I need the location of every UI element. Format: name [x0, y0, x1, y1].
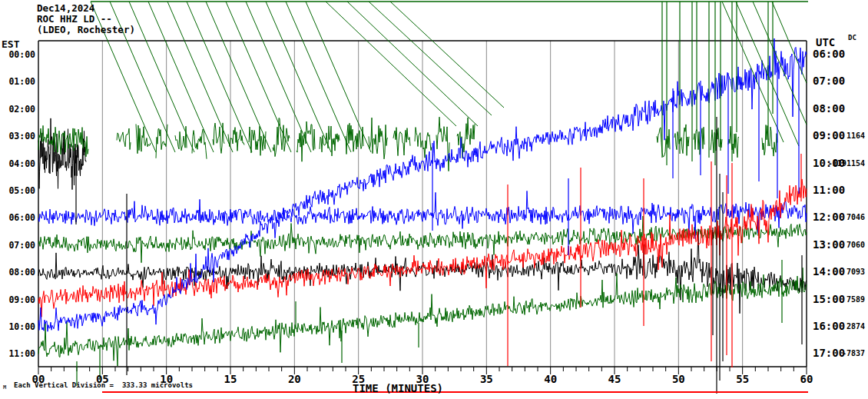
- trace-green-bursty-0300est: [369, 118, 388, 159]
- utc-hour-label: 11:00: [813, 185, 845, 196]
- x-tick-label: 45: [598, 374, 631, 385]
- overflow-flyback-line: [722, 2, 784, 142]
- dc-offset-value: 1164: [810, 132, 865, 141]
- est-hour-label: 05:00: [0, 186, 35, 195]
- overflow-flyback-line: [369, 2, 492, 115]
- trace-green-bursty-0300est: [297, 121, 315, 161]
- x-axis-title: TIME (MINUTES): [336, 383, 459, 394]
- est-hour-label: 06:00: [0, 213, 35, 222]
- est-hour-label: 03:00: [0, 131, 35, 141]
- trace-black-burst-0400est: [38, 118, 86, 190]
- dc-offset-value: -1191154: [810, 160, 865, 168]
- est-hour-label: 07:00: [0, 241, 35, 250]
- trace-green-bursty-0300est: [728, 126, 739, 158]
- dc-axis-header: DC: [848, 35, 856, 42]
- trace-green-bursty-0300est: [273, 118, 290, 157]
- utc-hour-label: 06:00: [813, 48, 845, 60]
- overflow-flyback-line: [226, 2, 291, 152]
- helicorder-page: Dec14,2024 ROC HHZ LD -- (LDEO, Rocheste…: [0, 0, 868, 399]
- trace-green-bursty-0300est: [136, 124, 151, 153]
- title-date: Dec14,2024: [37, 3, 94, 13]
- helicorder-plot: [0, 0, 868, 399]
- est-hour-label: 04:00: [0, 159, 35, 168]
- trace-green-bursty-0300est: [320, 126, 340, 156]
- est-axis-header: EST: [2, 39, 19, 50]
- trace-green-bursty-0300est: [213, 123, 224, 154]
- dc-offset-value: 2874: [810, 323, 865, 331]
- est-hour-label: 09:00: [0, 295, 35, 304]
- est-hour-label: 00:00: [0, 50, 35, 59]
- title-station: ROC HHZ LD --: [37, 14, 112, 24]
- trace-green-bursty-0300est: [192, 129, 207, 159]
- overflow-flyback-line: [129, 2, 194, 152]
- x-tick-label: 15: [214, 374, 247, 385]
- watermark-glyph: M: [3, 385, 6, 391]
- x-tick-label: 40: [534, 374, 568, 385]
- dc-offset-value: 7093: [810, 268, 865, 277]
- est-hour-label: 08:00: [0, 268, 35, 277]
- x-tick-label: 35: [469, 374, 503, 385]
- x-tick-label: 55: [726, 374, 760, 385]
- trace-green-bursty-0300est: [762, 125, 777, 157]
- dc-offset-value: 7046: [810, 214, 865, 222]
- overflow-flyback-line: [306, 2, 371, 152]
- title-location: (LDEO, Rochester): [37, 25, 135, 35]
- overflow-flyback-line: [167, 2, 233, 152]
- trace-green-bursty-0300est: [694, 127, 704, 155]
- est-hour-label: 01:00: [0, 77, 35, 86]
- utc-hour-label: 08:00: [813, 103, 845, 115]
- est-hour-label: 10:00: [0, 322, 35, 331]
- x-tick-label: 60: [790, 374, 823, 385]
- utc-axis-header: UTC: [816, 37, 835, 48]
- utc-hour-label: 07:00: [813, 75, 845, 87]
- dc-offset-value: 7060: [810, 241, 865, 250]
- scale-footer: Each Vertical Division = 333.33 microvol…: [14, 382, 193, 389]
- x-tick-label: 50: [661, 374, 695, 385]
- est-hour-label: 02:00: [0, 105, 35, 114]
- overflow-flyback-line: [266, 2, 331, 152]
- trace-green-bursty-0300est: [393, 128, 410, 156]
- trace-green-bursty-0300est: [156, 125, 167, 158]
- trace-green-bursty-0300est: [657, 128, 670, 157]
- trace-green-bursty-0300est: [674, 125, 689, 155]
- x-tick-label: 20: [277, 374, 311, 385]
- overflow-flyback-line: [326, 2, 456, 126]
- dc-offset-value: -7837: [810, 350, 865, 358]
- overflow-flyback-line: [286, 2, 351, 152]
- trace-green-bursty-0300est: [117, 128, 131, 150]
- dc-offset-value: 7589: [810, 296, 865, 304]
- overflow-flyback-line: [347, 2, 478, 126]
- est-hour-label: 11:00: [0, 349, 35, 358]
